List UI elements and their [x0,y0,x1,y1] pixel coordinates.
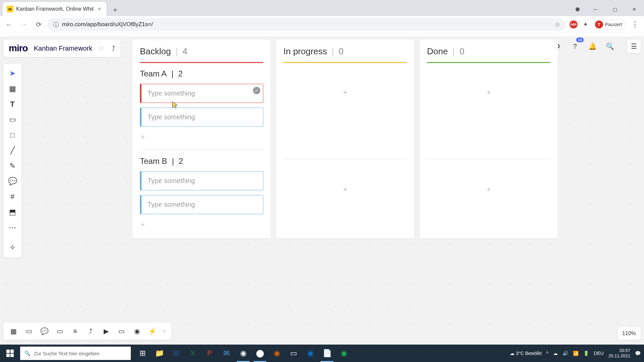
column-header[interactable]: Backlog | 4 [140,46,263,62]
comments-icon[interactable]: 💬 [38,324,51,338]
column-header[interactable]: Done | 0 [427,46,550,62]
spotify-icon[interactable]: ◉ [335,345,352,362]
column-header[interactable]: In progress | 0 [283,46,407,62]
star-bookmark-icon[interactable]: ☆ [554,20,560,28]
kanban-card[interactable]: Type something [140,171,263,190]
line-tool-icon[interactable]: ╱ [5,143,19,158]
word-icon[interactable]: W [168,345,184,362]
taskbar-search[interactable]: 🔍 Zur Suche Text hier eingeben [20,347,131,360]
minimize-button[interactable]: ─ [586,3,605,16]
presentation-icon[interactable]: ▭ [22,324,36,338]
excel-icon[interactable]: X [184,345,201,362]
site-info-icon[interactable]: ⓘ [53,21,59,28]
templates-tool-icon[interactable]: ▦ [5,82,19,96]
collapse-toolbar-icon[interactable]: « [161,328,168,334]
explorer-icon[interactable]: 📁 [151,345,168,362]
obs-icon[interactable]: ⬤ [252,345,268,362]
screen-share-icon[interactable]: ⤴ [84,324,97,338]
windows-logo-icon [6,350,14,357]
add-card-button[interactable]: + [427,180,550,199]
export-icon[interactable]: ⤴ [112,45,115,52]
chrome-menu-icon[interactable]: ⋮ [629,20,641,29]
zoom-level[interactable]: 110% [618,327,641,340]
board-name[interactable]: Kanban Framework [34,45,93,52]
browser-tab[interactable]: m Kanban Framework, Online Whit × [3,2,106,16]
upload-tool-icon[interactable]: ⬒ [5,205,19,219]
add-card-button[interactable]: + [140,219,263,230]
timer-icon[interactable]: ▶ [99,324,113,338]
extensions-icon[interactable]: ✦ [581,20,590,29]
select-tool-icon[interactable]: ➤ [5,66,19,80]
ai-tool-icon[interactable]: ✧ [5,241,19,255]
tray-expand-icon[interactable]: ^ [546,351,549,356]
help-icon[interactable]: ?14 [568,40,582,53]
text-tool-icon[interactable]: T [5,97,19,111]
star-icon[interactable]: ☆ [98,44,104,52]
notifications-icon[interactable]: 💬 [635,351,641,356]
card-stack-icon[interactable]: ▭ [53,324,66,338]
kanban-card[interactable]: Type something [140,108,263,127]
powerpoint-icon[interactable]: P [201,345,218,362]
kanban-card[interactable]: Type something ⤢ [140,84,263,103]
search-icon[interactable]: 🔍 [603,40,616,53]
swimlane-header[interactable]: Team A | 2 [140,69,263,78]
clock[interactable]: 20:57 25.11.2021 [608,348,630,358]
activity-panel-icon[interactable]: ☰ [627,40,641,53]
frames-icon[interactable]: ▦ [7,324,20,338]
sticky-tool-icon[interactable]: ▭ [5,113,19,127]
tab-strip: m Kanban Framework, Online Whit × + ─ ▢ … [0,0,644,16]
add-card-button[interactable]: + [283,83,407,102]
firefox-icon[interactable]: ◉ [268,345,285,362]
kanban-board[interactable]: Backlog | 4 Team A | 2 Type something ⤢ … [132,40,558,238]
tab-overflow-icon[interactable] [576,7,580,11]
column-count: 4 [182,46,187,57]
more-tools-icon[interactable]: ⋯ [5,221,19,235]
forward-button[interactable]: → [18,19,30,30]
frame-tool-icon[interactable]: # [5,190,19,204]
kanban-card[interactable]: Type something [140,195,263,214]
reload-button[interactable]: ⟳ [33,19,44,30]
onedrive-icon[interactable]: ☁ [553,351,558,356]
attention-icon[interactable]: ◉ [130,324,144,338]
new-tab-button[interactable]: + [109,4,121,16]
voting-icon[interactable]: ▭ [115,324,128,338]
chrome-icon[interactable]: ◉ [235,345,252,362]
bell-icon[interactable]: 🔔 [586,40,599,53]
swimlane-header[interactable]: Team B | 2 [140,157,263,166]
shape-tool-icon[interactable]: □ [5,128,19,142]
close-window-button[interactable]: ✕ [625,3,644,16]
kanban-column-backlog[interactable]: Backlog | 4 Team A | 2 Type something ⤢ … [132,40,271,238]
miro-canvas[interactable]: miro Kanban Framework ☆ ⤴ ➤ ✦ T Share ⚙ … [0,36,644,345]
bolt-icon[interactable]: ⚡ [146,324,159,338]
battery-icon[interactable]: 🔋 [583,351,589,356]
wifi-icon[interactable]: 📶 [573,351,579,356]
comment-tool-icon[interactable]: 💬 [5,174,19,188]
volume-icon[interactable]: 🔊 [562,351,568,356]
maximize-button[interactable]: ▢ [605,3,625,16]
back-button[interactable]: ← [3,19,15,30]
task-view-icon[interactable]: ⊞ [134,345,151,362]
abp-extension-icon[interactable]: ABP [569,20,578,29]
add-card-button[interactable]: + [283,180,407,199]
date: 25.11.2021 [608,353,630,359]
notepad-icon[interactable]: 📄 [319,345,335,362]
mail-icon[interactable]: ✉ [218,345,235,362]
history-icon[interactable]: ≡ [68,324,82,338]
kanban-column-inprogress[interactable]: In progress | 0 + + [276,40,414,238]
language-indicator[interactable]: DEU [594,351,604,356]
close-tab-icon[interactable]: × [96,6,102,12]
edge-icon[interactable]: ◉ [302,345,319,362]
pen-tool-icon[interactable]: ✎ [5,159,19,173]
weather-widget[interactable]: ☁ 3°C Bewölkt [510,351,541,356]
address-bar[interactable]: ⓘ miro.com/app/board/uXjVOf8yZ1s=/ ☆ [48,18,566,31]
expand-card-icon[interactable]: ⤢ [253,87,260,94]
kanban-column-done[interactable]: Done | 0 + + [420,40,558,238]
profile-button[interactable]: T Pausiert [593,19,626,30]
app-icon[interactable]: ▭ [285,345,302,362]
add-card-button[interactable]: + [427,83,550,102]
start-button[interactable] [0,345,20,362]
add-card-button[interactable]: + [140,131,263,143]
miro-logo[interactable]: miro [9,43,28,54]
card-placeholder: Type something [148,89,195,97]
browser-chrome: m Kanban Framework, Online Whit × + ─ ▢ … [0,0,644,36]
